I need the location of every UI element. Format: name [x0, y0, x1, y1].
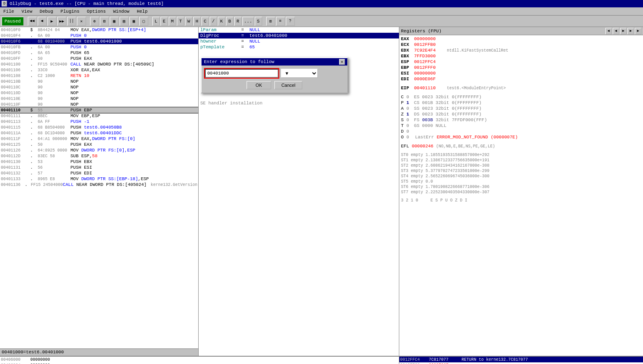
modal-overlay: Enter expression to follow ✕ ▼ OK Cancel [0, 0, 643, 364]
modal-input-row: ▼ [205, 69, 344, 78]
expression-input[interactable] [205, 69, 278, 78]
modal-ok-button[interactable]: OK [247, 81, 271, 89]
expression-dropdown[interactable]: ▼ [281, 69, 318, 78]
modal-cancel-button[interactable]: Cancel [274, 81, 302, 89]
modal-buttons: OK Cancel [205, 81, 344, 89]
modal-body: ▼ OK Cancel [202, 66, 347, 93]
modal-dialog: Enter expression to follow ✕ ▼ OK Cancel [201, 57, 348, 93]
modal-close-button[interactable]: ✕ [339, 59, 345, 65]
modal-title-bar: Enter expression to follow ✕ [202, 58, 347, 66]
modal-title-text: Enter expression to follow [204, 59, 274, 64]
